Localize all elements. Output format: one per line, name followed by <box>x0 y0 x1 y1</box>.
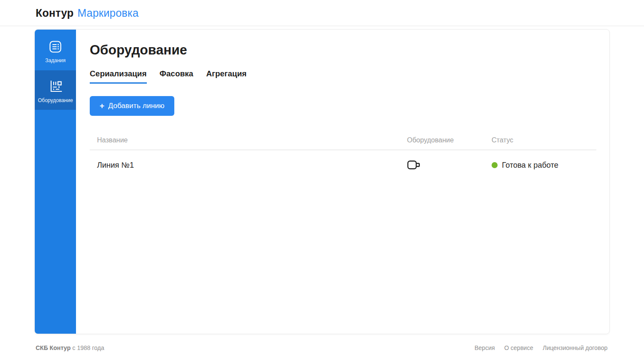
sidebar: Задания Оборудование <box>35 30 76 334</box>
tasks-icon <box>48 39 63 54</box>
line-name: Линия №1 <box>90 161 400 170</box>
content-area: Оборудование Сериализация Фасовка Агрега… <box>76 30 610 334</box>
plus-icon: + <box>100 102 104 110</box>
sidebar-item-label: Оборудование <box>38 98 73 103</box>
tab-packing[interactable]: Фасовка <box>160 69 194 84</box>
column-header-equipment: Оборудование <box>400 136 485 144</box>
page-title: Оборудование <box>90 42 596 59</box>
qr-equipment-icon <box>48 79 63 94</box>
add-line-button-label: Добавить линию <box>108 102 164 110</box>
video-camera-icon <box>407 160 421 171</box>
footer: СКБ Контурс 1988 года Версия О сервисе Л… <box>0 344 644 351</box>
table-header: Название Оборудование Статус <box>90 136 596 150</box>
logo-kontur: Контур <box>36 7 74 19</box>
tab-serialization[interactable]: Сериализация <box>90 69 147 84</box>
footer-link-version[interactable]: Версия <box>474 344 495 351</box>
footer-company: СКБ Контур <box>36 344 71 351</box>
table-row[interactable]: Линия №1 Готова к работе <box>90 150 596 180</box>
equipment-table: Название Оборудование Статус Линия №1 <box>90 136 596 180</box>
status-dot <box>492 162 498 168</box>
main-card: Задания Оборудование Оборудование Сериал… <box>34 29 610 334</box>
footer-since: с 1988 года <box>73 344 104 351</box>
footer-link-license[interactable]: Лицензионный договор <box>543 344 608 351</box>
sidebar-item-tasks[interactable]: Задания <box>35 30 76 70</box>
logo: Контур Маркировка <box>36 7 139 19</box>
column-header-name: Название <box>90 136 400 144</box>
column-header-status: Статус <box>485 136 596 144</box>
add-line-button[interactable]: + Добавить линию <box>90 96 174 116</box>
app-header: Контур Маркировка <box>0 0 644 26</box>
tab-aggregation[interactable]: Агрегация <box>206 69 246 84</box>
footer-links: Версия О сервисе Лицензионный договор <box>474 344 608 351</box>
tabs: Сериализация Фасовка Агрегация <box>90 69 596 84</box>
sidebar-item-equipment[interactable]: Оборудование <box>35 70 76 110</box>
status-text: Готова к работе <box>502 161 558 170</box>
footer-link-about[interactable]: О сервисе <box>504 344 533 351</box>
logo-product: Маркировка <box>78 7 139 19</box>
sidebar-item-label: Задания <box>45 58 65 63</box>
